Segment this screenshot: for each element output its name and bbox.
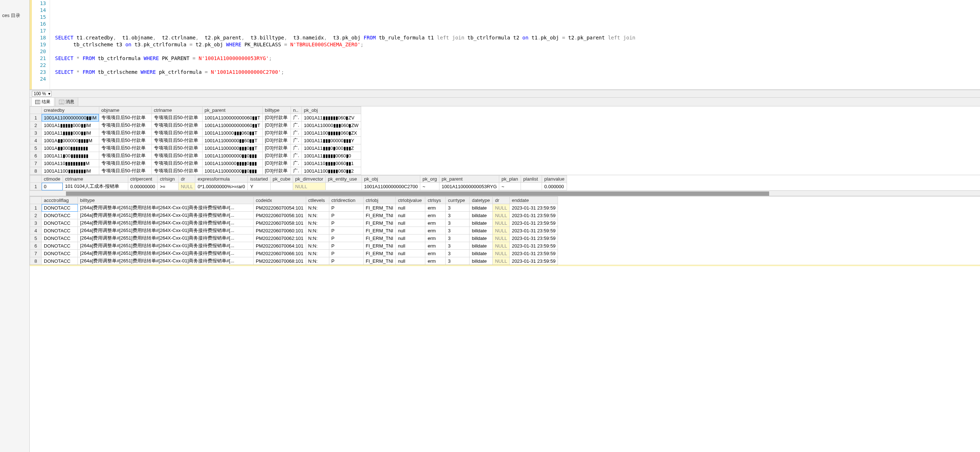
column-header[interactable]: pk_parent xyxy=(439,176,499,183)
cell[interactable]: [264a]费用调整单#[2651]费用结转单#[264X-Cxx-01]商务接… xyxy=(78,235,254,242)
cell[interactable]: erm xyxy=(425,242,445,250)
cell[interactable]: [264a]费用调整单#[2651]费用结转单#[264X-Cxx-01]商务接… xyxy=(78,257,254,265)
column-header[interactable]: planvalue xyxy=(542,176,567,183)
table-row[interactable]: 8DONOTACC[264a]费用调整单#[2651]费用结转单#[264X-C… xyxy=(30,257,558,265)
cell[interactable]: N:N: xyxy=(306,227,329,235)
cell[interactable]: PM202206070056:101 xyxy=(254,212,306,219)
result-grid-1[interactable]: createdbyobjnamectrlnamepk_parentbilltyp… xyxy=(30,106,361,175)
table-row[interactable]: 61001A11▮00▮▮▮▮▮▮▮专项项目后50-付款单专项项目后50-付款单… xyxy=(30,152,361,160)
row-number[interactable]: 3 xyxy=(30,129,42,137)
cell[interactable]: NULL xyxy=(493,227,509,235)
cell[interactable]: 1001A110000▮▮▮060▮ZW xyxy=(301,122,361,129)
cell[interactable]: NULL xyxy=(178,183,195,190)
table-row[interactable]: 31001A11▮▮▮▮000▮▮IM专项项目后50-付款单专项项目后50-付款… xyxy=(30,129,361,137)
cell[interactable]: [D3]付款单 xyxy=(262,137,291,144)
code-line[interactable] xyxy=(55,27,980,34)
cell[interactable]: 3 xyxy=(445,235,469,242)
cell[interactable]: null xyxy=(396,204,425,212)
table-row[interactable]: 81001A1100▮▮▮▮▮▮▮IM专项项目后50-付款单专项项目后50-付款… xyxy=(30,167,361,175)
cell[interactable]: NULL xyxy=(493,257,509,265)
cell[interactable]: 专项项目后50-付款单 xyxy=(99,152,151,160)
cell[interactable]: DONOTACC xyxy=(42,257,78,265)
cell[interactable]: erm xyxy=(425,219,445,227)
cell[interactable]: erm xyxy=(425,204,445,212)
cell[interactable]: 专项项目后50-付款单 xyxy=(151,152,202,160)
cell[interactable]: 1001A11000000000▮▮IM xyxy=(42,114,99,122)
cell[interactable]: billdate xyxy=(469,235,493,242)
cell[interactable]: 2023-01-31 23:59:59 xyxy=(509,212,558,219)
cell[interactable]: NULL xyxy=(293,183,325,190)
row-number[interactable]: 2 xyxy=(30,212,42,219)
row-number[interactable]: 4 xyxy=(30,227,42,235)
column-header[interactable]: datetype xyxy=(469,197,493,204)
column-header[interactable]: pk_org xyxy=(420,176,439,183)
column-header[interactable]: createdby xyxy=(42,107,99,114)
cell[interactable]: PM202206070058:101 xyxy=(254,219,306,227)
cell[interactable]: FI_ERM_TNI xyxy=(363,227,396,235)
cell[interactable]: 3 xyxy=(445,204,469,212)
code-line[interactable] xyxy=(55,7,980,14)
cell[interactable]: 1001A11▮▮▮▮▮0060▮0 xyxy=(301,152,361,160)
cell[interactable]: null xyxy=(396,235,425,242)
column-header[interactable]: pk_obj xyxy=(301,107,361,114)
cell[interactable]: null xyxy=(396,227,425,235)
cell[interactable]: DONOTACC xyxy=(42,250,78,257)
cell[interactable]: PM202206070060:101 xyxy=(254,227,306,235)
cell[interactable]: billdate xyxy=(469,227,493,235)
row-number[interactable]: 4 xyxy=(30,137,42,144)
cell[interactable]: erm xyxy=(425,250,445,257)
row-number[interactable]: 1 xyxy=(30,204,42,212)
table-row[interactable]: 2DONOTACC[264a]费用调整单#[2651]费用结转单#[264X-C… xyxy=(30,212,558,219)
cell[interactable]: P xyxy=(329,212,363,219)
cell[interactable]: P xyxy=(329,219,363,227)
code-line[interactable] xyxy=(55,14,980,21)
cell[interactable]: 专项项目后50-付款单 xyxy=(99,144,151,152)
cell[interactable]: 0.00000000 xyxy=(128,183,158,190)
zoom-select[interactable]: 100 % xyxy=(32,91,51,97)
cell[interactable]: 广. xyxy=(291,152,302,160)
cell[interactable]: 1001A110000▮▮▮060▮▮T xyxy=(202,129,262,137)
cell[interactable]: PM202206070064:101 xyxy=(254,242,306,250)
scrollbar-thumb[interactable] xyxy=(66,192,769,196)
cell[interactable]: 2023-01-31 23:59:59 xyxy=(509,235,558,242)
row-number[interactable]: 5 xyxy=(30,144,42,152)
cell[interactable]: 广. xyxy=(291,137,302,144)
cell[interactable]: DONOTACC xyxy=(42,204,78,212)
cell[interactable]: DONOTACC xyxy=(42,235,78,242)
cell[interactable]: [D3]付款单 xyxy=(262,129,291,137)
cell[interactable]: 1001A110000000▮▮0▮▮▮ xyxy=(202,167,262,175)
cell[interactable]: P xyxy=(329,235,363,242)
table-row[interactable]: 4DONOTACC[264a]费用调整单#[2651]费用结转单#[264X-C… xyxy=(30,227,558,235)
explorer-item[interactable]: ces 目录 xyxy=(0,11,29,20)
cell[interactable]: [264a]费用调整单#[2651]费用结转单#[264X-Cxx-01]商务接… xyxy=(78,219,254,227)
cell[interactable]: 1001A1100▮▮▮▮▮▮▮IM xyxy=(42,167,99,175)
column-header[interactable]: pk_cube xyxy=(270,176,293,183)
table-row[interactable]: 21001A1▮▮▮▮▮000▮▮IM专项项目后50-付款单专项项目后50-付款… xyxy=(30,122,361,129)
cell[interactable]: 1001A1100000000060▮▮T xyxy=(202,122,262,129)
cell[interactable]: [264a]费用调整单#[2651]费用结转单#[264X-Cxx-01]商务接… xyxy=(78,242,254,250)
results-pane[interactable]: createdbyobjnamectrlnamepk_parentbilltyp… xyxy=(30,106,980,452)
column-header[interactable]: ctrlsys xyxy=(425,197,445,204)
column-header[interactable]: isstarted xyxy=(248,176,270,183)
cell[interactable]: 1001A1100▮▮▮▮060▮▮2 xyxy=(301,167,361,175)
cell[interactable]: 1001A11000000▮▮60▮▮T xyxy=(202,137,262,144)
cell[interactable]: N:N: xyxy=(306,219,329,227)
cell[interactable]: 专项项目后50-付款单 xyxy=(151,129,202,137)
cell[interactable]: [264a]费用调整单#[2651]费用结转单#[264X-Cxx-01]商务接… xyxy=(78,227,254,235)
cell[interactable]: 1001A110▮▮▮▮0060▮▮1 xyxy=(301,160,361,167)
column-header[interactable]: expressformula xyxy=(195,176,248,183)
cell[interactable]: FI_ERM_TNI xyxy=(363,242,396,250)
column-header[interactable]: pk_entity_use xyxy=(326,176,362,183)
cell[interactable]: DONOTACC xyxy=(42,212,78,219)
cell[interactable]: billdate xyxy=(469,204,493,212)
cell[interactable]: billdate xyxy=(469,219,493,227)
cell[interactable]: 1001A1100▮▮▮▮▮060▮ZX xyxy=(301,129,361,137)
cell[interactable]: 1001A1▮▮▮▮▮000▮▮IM xyxy=(42,122,99,129)
cell[interactable]: 专项项目后50-付款单 xyxy=(99,167,151,175)
cell[interactable]: 3 xyxy=(445,242,469,250)
cell[interactable]: PM202206070062:101 xyxy=(254,235,306,242)
cell[interactable]: FI_ERM_TNI xyxy=(363,257,396,265)
cell[interactable]: 广. xyxy=(291,122,302,129)
cell[interactable]: 专项项目后50-付款单 xyxy=(151,114,202,122)
column-header[interactable]: pk_plan xyxy=(499,176,521,183)
